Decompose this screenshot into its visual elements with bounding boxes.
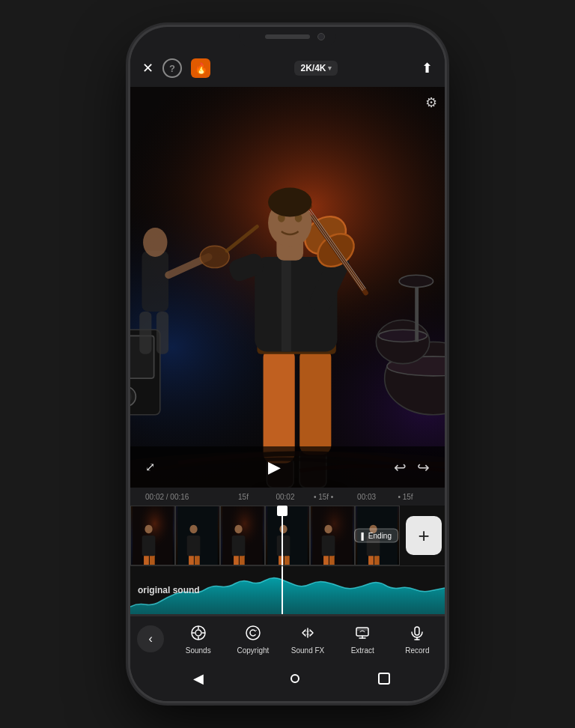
playback-controls: ⤢ ▶ ↩ ↪ [130,446,445,488]
redo-button[interactable]: ↪ [417,458,430,476]
toolbar-back-button[interactable]: ‹ [137,625,164,652]
svg-point-42 [268,188,311,217]
frame-svg [311,506,354,565]
strip-frame [265,506,310,565]
svg-rect-70 [277,536,290,556]
phone-camera [317,33,325,40]
svg-rect-83 [368,555,374,565]
ending-icon: ▌ [361,532,365,539]
toolbar-item-record[interactable]: Record [397,622,438,655]
quality-selector[interactable]: 2K/4K ▾ [294,61,337,76]
time-current: 00:02 / 00:16 [145,493,189,501]
quality-arrow: ▾ [328,64,332,72]
add-clip-button[interactable]: + [406,516,442,555]
svg-rect-84 [374,556,380,565]
export-button[interactable]: ⬆ [422,60,433,76]
video-area: ⚙ ⤢ ▶ ↩ ↪ [130,87,445,488]
svg-point-9 [399,275,433,287]
soundfx-label: Sound FX [291,646,324,655]
svg-rect-25 [299,348,331,455]
ruler-marker-2: • 15f • [314,493,333,501]
svg-point-7 [379,330,428,342]
svg-rect-63 [232,536,246,556]
video-strip-container: ▌ Ending + [130,506,445,565]
quality-label: 2K/4K [300,63,326,73]
svg-rect-54 [195,556,200,565]
extract-label: Extract [351,646,374,655]
svg-rect-76 [323,555,329,565]
ruler-time-3: 00:03 [357,493,376,501]
strip-frame [175,506,220,565]
toolbar-area: ‹ Sounds [130,614,445,659]
svg-rect-69 [285,556,290,565]
svg-rect-8 [415,281,419,342]
svg-point-17 [200,246,229,267]
svg-point-56 [189,525,197,534]
playhead-handle [277,506,288,516]
record-label: Record [405,646,429,655]
help-button[interactable]: ? [162,58,182,78]
nav-recents-button[interactable] [378,673,390,685]
nav-back-button[interactable]: ◀ [185,665,212,692]
strip-frame [220,506,265,565]
svg-point-49 [144,525,152,534]
svg-rect-55 [187,536,201,556]
toolbar-item-copyright[interactable]: Copyright [232,622,273,655]
svg-rect-46 [144,555,149,565]
flame-button[interactable]: 🔥 [191,58,210,78]
frame-svg [266,506,309,565]
toolbar-item-sounds[interactable]: Sounds [177,622,219,655]
soundfx-icon [297,622,318,643]
svg-rect-48 [142,536,156,556]
sounds-label: Sounds [186,646,211,655]
bottom-nav: ◀ [130,659,445,701]
flame-icon: 🔥 [195,62,207,74]
stage-scene-svg [130,87,445,488]
play-button[interactable]: ▶ [261,454,288,481]
svg-rect-20 [156,312,168,354]
extract-icon [352,622,373,643]
svg-point-95 [246,626,260,640]
toolbar-items: ‹ Sounds [130,616,445,659]
ruler-time-2: 00:02 [276,493,294,501]
svg-rect-61 [234,555,239,565]
undo-button[interactable]: ↩ [394,458,407,476]
svg-point-15 [143,228,167,257]
audio-track: original sound [130,565,445,614]
svg-rect-77 [329,555,335,565]
back-icon: ‹ [148,632,152,646]
copyright-icon [243,622,264,643]
svg-rect-47 [150,555,155,565]
playhead[interactable] [282,506,283,565]
svg-point-90 [195,630,201,636]
strip-frame [310,506,355,565]
ruler-track: 00:02 / 00:16 15f 00:02 • 15f • 00:03 • … [142,488,433,506]
frame-svg [131,506,174,565]
close-button[interactable]: ✕ [142,60,153,76]
svg-rect-78 [322,536,335,556]
toolbar-item-soundfx[interactable]: Sound FX [288,622,329,655]
record-icon [407,622,428,643]
top-bar: ✕ ? 🔥 2K/4K ▾ ⬆ [130,49,445,87]
svg-rect-98 [415,627,419,635]
copyright-label: Copyright [237,646,269,655]
sounds-icon [188,622,209,643]
timeline-ruler: 00:02 / 00:16 15f 00:02 • 15f • 00:03 • … [130,488,445,506]
frame-svg [221,506,264,565]
nav-home-button[interactable] [290,674,299,683]
strip-frame [130,506,175,565]
toolbar-item-extract[interactable]: Extract [342,622,383,655]
svg-rect-14 [142,251,168,312]
svg-rect-28 [282,257,291,351]
svg-rect-19 [139,312,151,354]
ending-label: Ending [368,532,392,540]
expand-button[interactable]: ⤢ [145,460,155,474]
svg-point-79 [324,525,332,534]
settings-icon[interactable]: ⚙ [425,94,437,111]
frame-svg [176,506,219,565]
ending-badge: ▌ Ending [354,529,398,543]
phone-speaker [265,34,310,39]
ruler-marker-1: 15f [238,493,249,501]
ruler-marker-3: • 15f [398,493,413,501]
svg-rect-62 [240,555,245,565]
